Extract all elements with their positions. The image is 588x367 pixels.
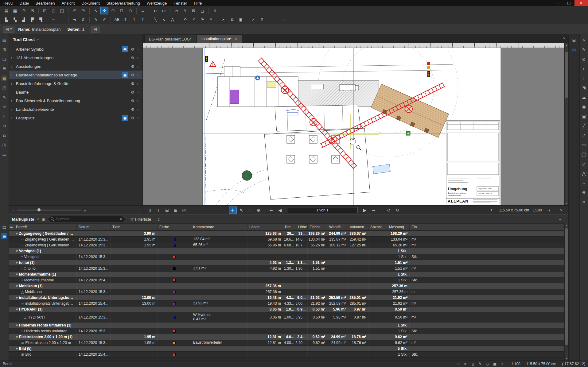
lock-icon[interactable]: ◻ [198,7,206,14]
menu-item[interactable]: Stapelverarbeitung [103,0,143,6]
search-input[interactable] [56,217,117,221]
column-header[interactable]: Fläche [308,224,327,230]
pan-tool-icon[interactable]: ✛ [100,7,108,14]
select-text-button[interactable]: I [246,207,254,214]
tool-chest-header[interactable]: Tool Chest ˅ [9,34,142,45]
tool-set-item[interactable]: › Arbeiter Symbol ▣ ⚙ › [9,45,142,53]
markup-row[interactable]: ˅ Elektrokasten 2.00 x 1.20 m (1) 1.95 m… [9,334,564,340]
markup-row[interactable]: ˅ Mobilzaun (1) 257.36 m 257.36 m [9,283,564,289]
scrollbar-thumb[interactable] [565,228,568,345]
expand-icon[interactable]: › [11,116,14,120]
expand-icon[interactable]: › [21,267,22,270]
next-page-button[interactable]: ▶ [361,207,369,214]
snapshot-icon[interactable]: ⌗ [271,16,278,23]
line-markup-icon[interactable]: ╲ [151,16,159,23]
eraser-tool-icon[interactable]: ⊘ [581,56,587,62]
increase-icon-size-button[interactable]: ▵ [84,208,86,212]
align-right-icon[interactable]: ▟ [20,16,28,23]
status-menu-icon[interactable]: ˅ [499,361,505,367]
line-tool-icon[interactable]: ╱ [581,123,587,129]
redo-dropdown-icon[interactable]: ˅ [207,16,215,23]
markup-list-icon[interactable]: ≣ [1,233,7,239]
expand-icon[interactable]: › [11,56,14,60]
print-icon[interactable]: ⎙ [20,7,28,14]
markup-row[interactable]: ˅ Momentaufnahme (1) 1 Stk. [9,272,564,277]
drawing-canvas[interactable]: ! [143,43,564,205]
color-swatch[interactable] [173,330,176,333]
scale-readout[interactable]: 1:100 [533,208,542,212]
column-header[interactable]: Volumen [348,224,368,230]
scroll-down-icon[interactable]: ▼ [565,357,568,361]
collapse-icon[interactable]: ˅ [16,284,18,288]
chevron-right-icon[interactable]: › [137,64,140,69]
stamp-tool-icon[interactable]: ◉ [581,104,587,110]
highlighter-icon[interactable]: ✐ [100,16,108,23]
edit-pages-button[interactable]: ▤ [91,26,99,33]
color-swatch[interactable] [173,238,176,241]
color-swatch[interactable] [173,353,176,356]
multi-page-view-icon[interactable]: ◫ [58,7,66,14]
collapse-icon[interactable]: ˅ [16,249,18,253]
chevron-right-icon[interactable]: › [137,107,140,112]
color-swatch[interactable] [173,342,176,344]
gear-icon[interactable]: ⚙ [130,99,135,103]
chevron-right-icon[interactable]: › [137,90,140,95]
dynamic-zoom-icon[interactable]: ⊙ [126,7,134,14]
chevron-right-icon[interactable]: › [137,99,140,103]
column-header[interactable]: Bre... [283,224,296,230]
collapse-icon[interactable]: ˅ [16,347,18,350]
markup-row[interactable]: ⌖ Momentaufnahme 14.12.2020 15:4... 1 St… [9,277,564,283]
column-header[interactable]: Ein... [410,224,421,230]
markup-row[interactable]: ˅ Zugangsweg ( Gerüstladen / Kanth... 3.… [9,231,564,237]
single-page-button[interactable]: ▯ [146,207,154,214]
save-icon[interactable]: ▦ [11,7,19,14]
chevron-right-icon[interactable]: › [137,56,140,60]
collapse-icon[interactable]: ˅ [16,296,18,299]
markup-row[interactable]: ˅ installationplatz Unterlagsbodenfir...… [9,295,564,301]
add-text-icon[interactable]: T [122,16,130,23]
color-swatch[interactable] [173,279,176,282]
markup-row[interactable]: › ❏ HYDRANT 14.12.2020 15:3... W-Hydrant… [9,312,564,323]
search-icon[interactable]: ⊙ [1,123,7,129]
panel-toggle-icon[interactable]: ▣ [492,361,498,367]
paste-icon[interactable]: ▣ [237,16,245,23]
detail-view-icon[interactable]: ▣ [122,115,128,121]
new-document-icon[interactable]: ▱ [173,7,181,14]
snap-toggle-icon[interactable]: ⌗ [462,361,469,367]
next-view-icon[interactable]: ↦ [160,7,168,14]
gear-icon[interactable]: ⚙ [130,73,135,77]
scroll-down-icon[interactable]: ▼ [565,201,568,205]
visibility-icon[interactable]: ◉ [42,217,45,222]
tool-set-item[interactable]: › Baustelleninstallationsplan vorlage ▣ … [9,71,142,79]
scrollbar-thumb[interactable] [565,52,568,98]
cut-icon[interactable]: ✂ [220,16,228,23]
markup-row[interactable]: › ❏ toi toi 14.12.2020 15:3... 1.51 m² 4… [9,266,564,272]
markup-row[interactable]: ▱ Zugangsweg ( Gerüstladen / K... 14.12.… [9,242,564,248]
spaces-icon[interactable]: ◰ [1,85,7,91]
apply-icon[interactable]: ✓ [249,16,257,23]
zoom-window-icon[interactable]: ⊡ [118,7,126,14]
zoom-button[interactable]: ⊕ [255,207,263,214]
column-header[interactable]: Länge [247,224,283,230]
measurements-icon[interactable]: ⌗ [1,113,7,119]
color-swatch[interactable] [173,302,176,305]
close-icon[interactable]: ✕ [235,37,237,41]
filter-list-button[interactable]: ▽ Filterliste [130,217,151,222]
copy-icon[interactable]: ⧉ [228,16,236,23]
markups-panel-icon[interactable]: ✑ [1,104,7,110]
column-header[interactable]: Wandfl... [327,224,348,230]
chevron-right-icon[interactable]: › [137,73,140,77]
canvas-scrollbar[interactable]: ▲ ▼ [564,43,568,205]
menu-item[interactable]: Werkzeuge [143,0,170,6]
note-tool-icon[interactable]: ◗ [581,66,587,72]
chevron-right-icon[interactable]: › [137,47,140,52]
scroll-up-icon[interactable]: ▲ [565,223,568,227]
tool-set-item[interactable]: › Aussteifungen ⚙ › [9,62,142,71]
split-view-button[interactable]: ◰ [180,207,188,214]
collapse-icon[interactable]: ˅ [16,261,18,265]
arrow-line-icon[interactable]: ↘ [160,16,168,23]
email-icon[interactable]: ✉ [28,7,36,14]
tool-set-item[interactable]: › 131 Abschrankungen ⚙ › [9,53,142,62]
thumbnails-icon[interactable]: ⊞ [1,47,7,53]
color-swatch[interactable] [173,267,176,270]
